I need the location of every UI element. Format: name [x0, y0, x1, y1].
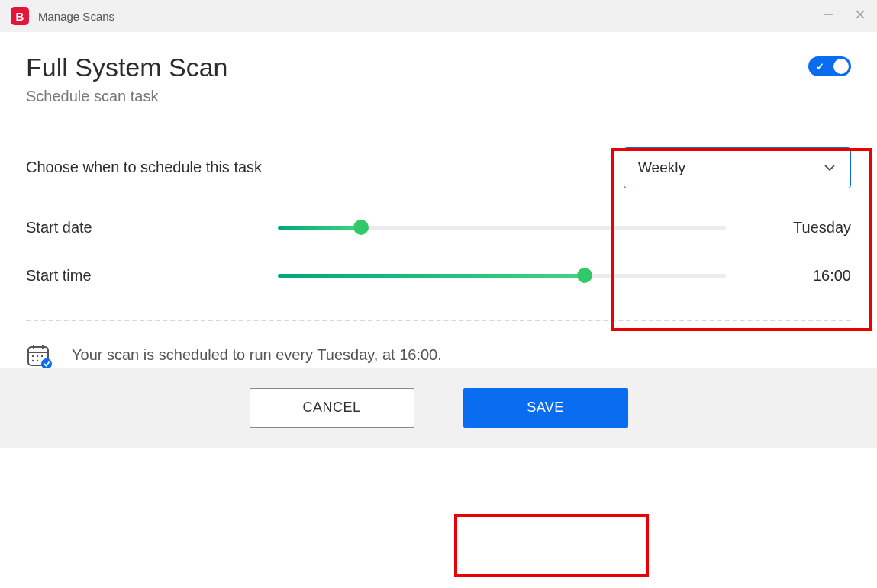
save-button-label: SAVE — [527, 400, 564, 416]
frequency-row: Choose when to schedule this task Weekly — [26, 147, 851, 188]
header-text-block: Full System Scan Schedule scan task — [26, 52, 228, 105]
slider-thumb[interactable] — [353, 220, 369, 235]
frequency-select[interactable]: Weekly — [624, 147, 851, 188]
chevron-down-icon — [823, 161, 837, 175]
divider — [26, 124, 851, 124]
start-date-row: Start date Tuesday — [26, 219, 851, 236]
start-date-control: Tuesday — [278, 219, 851, 236]
start-time-value: 16:00 — [744, 267, 851, 284]
toggle-knob — [833, 59, 849, 74]
svg-point-9 — [41, 355, 43, 357]
footer: CANCEL SAVE — [0, 368, 877, 448]
frequency-selected-value: Weekly — [638, 159, 685, 176]
start-time-label: Start time — [26, 267, 278, 284]
svg-point-12 — [41, 358, 52, 368]
calendar-check-icon — [26, 342, 52, 368]
window-title: Manage Scans — [38, 10, 114, 23]
annotation-box — [454, 514, 649, 577]
save-button[interactable]: SAVE — [463, 388, 628, 428]
schedule-summary: Your scan is scheduled to run every Tues… — [26, 342, 851, 368]
svg-point-11 — [37, 360, 38, 361]
cancel-button[interactable]: CANCEL — [250, 388, 414, 428]
start-time-control: 16:00 — [278, 267, 851, 284]
start-time-slider[interactable] — [278, 268, 726, 283]
close-button[interactable] — [854, 8, 866, 24]
check-icon: ✓ — [816, 61, 824, 72]
dashed-divider — [26, 320, 851, 321]
page-subtitle: Schedule scan task — [26, 88, 228, 105]
titlebar: B Manage Scans — [0, 0, 877, 32]
start-date-value: Tuesday — [744, 219, 851, 236]
frequency-label: Choose when to schedule this task — [26, 159, 278, 176]
content-area: Full System Scan Schedule scan task ✓ Ch… — [0, 32, 877, 368]
cancel-button-label: CANCEL — [302, 400, 360, 416]
start-date-slider[interactable] — [278, 220, 726, 235]
start-time-row: Start time 16:00 — [26, 267, 851, 284]
minimize-button[interactable] — [822, 8, 834, 24]
app-logo: B — [11, 7, 29, 25]
header-row: Full System Scan Schedule scan task ✓ — [26, 52, 851, 105]
svg-point-10 — [32, 360, 34, 361]
svg-point-8 — [37, 355, 38, 357]
window-controls — [822, 8, 866, 24]
slider-thumb[interactable] — [577, 268, 592, 283]
start-date-label: Start date — [26, 219, 278, 236]
summary-text: Your scan is scheduled to run every Tues… — [72, 346, 442, 364]
svg-point-7 — [32, 355, 34, 357]
page-title: Full System Scan — [26, 52, 228, 83]
frequency-control: Weekly — [278, 147, 851, 188]
schedule-toggle[interactable]: ✓ — [808, 56, 851, 76]
app-logo-letter: B — [16, 10, 24, 23]
